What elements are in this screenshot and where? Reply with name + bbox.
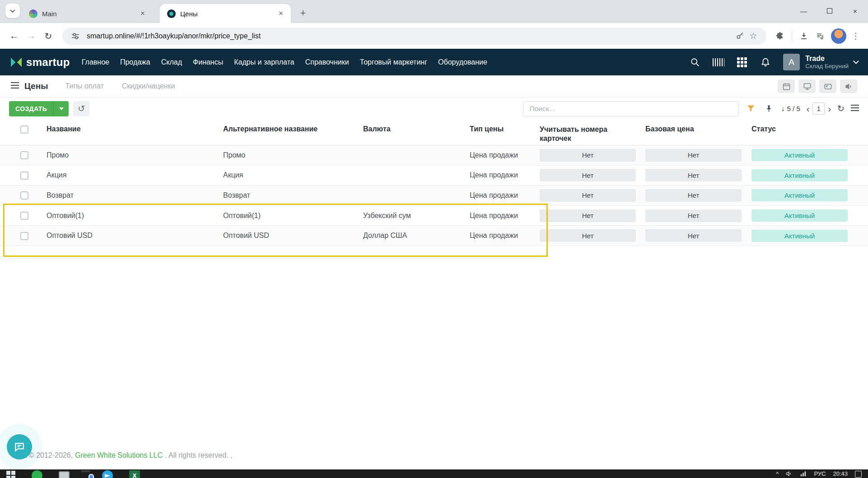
nav-item-references[interactable]: Справочники: [305, 58, 349, 66]
password-key-icon[interactable]: [733, 29, 747, 43]
create-button[interactable]: СОЗДАТЬ: [9, 101, 69, 116]
browser-profile-avatar[interactable]: [831, 28, 846, 44]
chrome-taskbar-icon[interactable]: [81, 470, 90, 472]
display-icon[interactable]: [798, 79, 816, 93]
tab-payment-types[interactable]: Типы оплат: [65, 82, 103, 90]
badge-card-icon[interactable]: [819, 79, 836, 93]
bell-icon[interactable]: [760, 56, 771, 68]
browser-tab-prices[interactable]: Цены ×: [160, 4, 291, 23]
table-row[interactable]: Возврат Возврат Цена продажи Нет Нет Акт…: [0, 186, 868, 206]
telegram-icon[interactable]: [102, 470, 113, 478]
company-link[interactable]: Green White Solutions LLC: [75, 451, 163, 459]
search-icon[interactable]: [689, 56, 701, 68]
search-input[interactable]: [523, 101, 739, 116]
base-price-badge: Нет: [645, 189, 742, 202]
tab-discounts[interactable]: Скидки/наценки: [122, 82, 175, 90]
cell-price-type: Цена продажи: [470, 191, 540, 200]
base-price-badge: Нет: [645, 209, 742, 222]
user-menu[interactable]: A Trade Склад Беруний: [783, 54, 858, 70]
taskbar-app-icon[interactable]: [32, 470, 42, 478]
card-numbers-badge: Нет: [540, 169, 636, 181]
cell-name: Возврат: [47, 191, 223, 200]
next-page-button[interactable]: ›: [828, 104, 831, 113]
tab-close-icon[interactable]: ×: [276, 9, 285, 18]
download-arrow-icon[interactable]: ↓: [781, 105, 785, 113]
prev-page-button[interactable]: ‹: [807, 104, 810, 113]
row-checkbox[interactable]: [20, 212, 28, 220]
header-currency[interactable]: Валюта: [363, 125, 470, 133]
downloads-icon[interactable]: [796, 28, 812, 44]
nav-item-hr[interactable]: Кадры и зарплата: [234, 58, 294, 66]
row-checkbox[interactable]: [20, 151, 28, 159]
file-explorer-icon[interactable]: [59, 471, 70, 478]
media-list-icon[interactable]: [812, 28, 828, 44]
chat-widget-button[interactable]: [7, 434, 32, 459]
header-status[interactable]: Статус: [751, 125, 868, 133]
select-all-checkbox[interactable]: [20, 125, 28, 134]
row-checkbox[interactable]: [20, 232, 28, 240]
nav-item-warehouse[interactable]: Склад: [161, 58, 182, 66]
filter-funnel-icon[interactable]: [745, 103, 757, 115]
page-number[interactable]: 1: [812, 102, 825, 115]
table-row[interactable]: Промо Промо Цена продажи Нет Нет Активны…: [0, 145, 868, 166]
history-button[interactable]: ↺: [73, 101, 89, 116]
pin-icon[interactable]: [763, 103, 775, 115]
start-button[interactable]: [6, 471, 15, 478]
tab-search-button[interactable]: [5, 4, 20, 18]
browser-address-bar: ← → ↻ smartup.online/#/!1rh3oaykup/anor/…: [0, 23, 868, 49]
nav-item-sales[interactable]: Продажа: [120, 58, 150, 66]
header-alt-name[interactable]: Альтернативное название: [223, 125, 363, 133]
megaphone-icon[interactable]: [840, 79, 857, 93]
forward-button[interactable]: →: [23, 28, 40, 45]
url-text[interactable]: smartup.online/#/!1rh3oaykup/anor/mkr/pr…: [87, 32, 733, 40]
nav-item-trade-marketing[interactable]: Торговый маркетинг: [360, 58, 427, 66]
tray-expand-icon[interactable]: ^: [776, 470, 779, 477]
bookmark-star-icon[interactable]: ☆: [747, 29, 760, 43]
clock[interactable]: 20:43: [833, 470, 848, 477]
maximize-button[interactable]: [817, 0, 842, 22]
header-price-type[interactable]: Тип цены: [470, 125, 540, 133]
reload-button[interactable]: ↻: [40, 28, 57, 45]
back-button[interactable]: ←: [5, 28, 23, 45]
cell-name: Акция: [47, 171, 223, 179]
language-indicator[interactable]: РУС: [814, 470, 826, 477]
row-checkbox[interactable]: [20, 191, 28, 200]
speaker-icon[interactable]: [786, 470, 793, 477]
cell-alt-name: Промо: [223, 151, 363, 159]
tab-close-icon[interactable]: ×: [138, 9, 147, 18]
table-row-highlighted[interactable]: Оптовий USD Оптовий USD Доллар США Цена …: [0, 226, 868, 246]
close-window-button[interactable]: ×: [842, 0, 868, 22]
refresh-button[interactable]: ↻: [837, 103, 845, 114]
cell-price-type: Цена продажи: [470, 232, 540, 240]
action-center-icon[interactable]: [855, 471, 862, 478]
network-icon[interactable]: [800, 470, 807, 477]
excel-icon[interactable]: X: [129, 470, 140, 478]
taskbar-apps: X: [0, 469, 140, 478]
table-row-highlighted[interactable]: Оптовий(1) Оптовий(1) Узбекский сум Цена…: [0, 206, 868, 226]
barcode-icon[interactable]: [713, 56, 724, 68]
browser-menu-icon[interactable]: ⋮: [849, 31, 863, 41]
nav-item-finance[interactable]: Финансы: [193, 58, 223, 66]
table-row[interactable]: Акция Акция Цена продажи Нет Нет Активны…: [0, 166, 868, 186]
row-checkbox[interactable]: [20, 172, 28, 180]
list-menu-button[interactable]: [851, 105, 859, 113]
omnibox[interactable]: smartup.online/#/!1rh3oaykup/anor/mkr/pr…: [62, 28, 766, 45]
nav-item-equipment[interactable]: Оборудование: [438, 58, 487, 66]
create-dropdown-button[interactable]: [53, 101, 69, 116]
menu-toggle-icon[interactable]: [11, 82, 19, 90]
calendar-icon[interactable]: [778, 79, 795, 93]
page-title: Цены: [24, 81, 48, 91]
header-card-numbers[interactable]: Учитывать номера карточек: [540, 125, 619, 143]
header-name[interactable]: Название: [47, 125, 223, 133]
browser-tab-main[interactable]: Main ×: [22, 4, 153, 23]
base-price-badge: Нет: [645, 229, 742, 242]
list-toolbar: СОЗДАТЬ ↺ ↓ 5 / 5 ‹ 1 › ↻: [0, 97, 868, 120]
smartup-logo[interactable]: smartup: [10, 56, 70, 69]
nav-item-main[interactable]: Главное: [82, 58, 109, 66]
header-base-price[interactable]: Базовая цена: [645, 125, 751, 133]
extensions-puzzle-icon[interactable]: [772, 28, 788, 44]
apps-grid-icon[interactable]: [736, 56, 748, 68]
minimize-button[interactable]: —: [791, 0, 817, 22]
site-info-icon[interactable]: [69, 29, 82, 43]
new-tab-button[interactable]: +: [295, 5, 311, 21]
